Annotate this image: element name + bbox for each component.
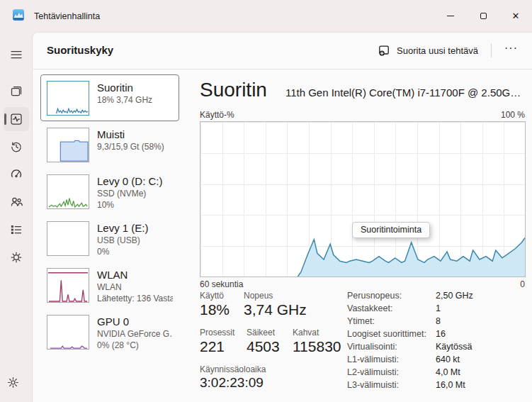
minimize-button[interactable] xyxy=(434,0,467,32)
run-new-task-button[interactable]: Suorita uusi tehtävä xyxy=(370,39,485,62)
perf-item-sub: 9,3/15,9 Gt (58%) xyxy=(97,141,164,152)
cpu-usage-curve xyxy=(200,122,525,277)
more-options-button[interactable]: ··· xyxy=(497,39,525,62)
sidebar-item-startup-apps[interactable] xyxy=(4,162,29,186)
titlebar: Tehtävienhallinta ✕ xyxy=(0,0,532,32)
detail-row: Ytimet: 8 xyxy=(347,315,526,328)
perf-item-sub: SSD (NVMe) xyxy=(97,188,163,199)
hamburger-icon xyxy=(10,48,23,61)
perf-item-title: Levy 0 (D: C:) xyxy=(97,174,163,188)
perf-item-title: GPU 0 xyxy=(97,315,173,328)
detail-row: L3-välimuisti: 16,0 Mt xyxy=(347,379,526,391)
content-panel: Suorituskyky Suorita uusi tehtävä ··· xyxy=(32,32,532,402)
menu-toggle-button[interactable] xyxy=(4,43,29,67)
cpu-stats: Käyttö Nopeus 18% 3,74 GHz Prosessit Säi… xyxy=(200,291,341,402)
services-icon xyxy=(9,250,23,264)
stat-label: Käyttö xyxy=(200,291,224,301)
close-button[interactable]: ✕ xyxy=(499,0,532,32)
task-manager-window: Tehtävienhallinta ✕ xyxy=(0,0,532,402)
perf-item-title: Muisti xyxy=(97,128,164,141)
perf-item-disk0[interactable]: Levy 0 (D: C:) SSD (NVMe) 10% xyxy=(40,168,179,215)
sidebar-item-details[interactable] xyxy=(4,218,29,242)
stat-label: Prosessit xyxy=(200,328,234,337)
settings-button[interactable] xyxy=(0,370,26,394)
perf-item-cpu[interactable]: Suoritin 18% 3,74 GHz xyxy=(40,74,179,121)
processes-icon xyxy=(9,84,23,99)
time-axis-label: 60 sekuntia xyxy=(200,279,243,289)
perf-item-sub: 18% 3,74 GHz xyxy=(97,94,152,106)
stat-value-usage: 18% xyxy=(200,301,230,318)
perf-item-disk1[interactable]: Levy 1 (E:) USB (USB) 0% xyxy=(40,215,179,262)
axis-max-label: 100 % xyxy=(501,110,525,120)
cpu-usage-chart[interactable]: Suoritintoiminta xyxy=(200,121,526,277)
stat-value-speed: 3,74 GHz xyxy=(244,301,307,318)
stat-label: Nopeus xyxy=(244,291,273,301)
app-history-icon xyxy=(9,140,23,154)
stat-label: Kahvat xyxy=(293,328,319,337)
stat-value-uptime: 3:02:23:09 xyxy=(200,375,264,391)
performance-list: Suoritin 18% 3,74 GHz Muisti 9,3/15,9 Gt… xyxy=(40,74,193,355)
detail-row: L2-välimuisti: 4,0 Mt xyxy=(347,366,526,379)
perf-item-sub: USB (USB) xyxy=(97,235,149,246)
perf-item-sub2: 0% (28 °C) xyxy=(97,340,173,351)
perf-item-wlan[interactable]: WLAN WLAN Lähetetty: 136 Vastaanot xyxy=(40,262,179,308)
app-logo-icon xyxy=(13,9,24,23)
wlan-mini-chart xyxy=(47,268,89,303)
sidebar-item-performance[interactable] xyxy=(4,107,29,131)
sidebar-item-app-history[interactable] xyxy=(4,135,29,159)
header-divider xyxy=(491,43,492,57)
perf-item-sub: WLAN xyxy=(97,281,173,293)
cpu-detail-pane: Suoritin 11th Gen Intel(R) Core(TM) i7-1… xyxy=(200,69,526,402)
sidebar-item-users[interactable] xyxy=(4,190,29,214)
page-title: Suorituskyky xyxy=(47,44,113,56)
minimize-icon xyxy=(447,16,454,16)
perf-item-gpu[interactable]: GPU 0 NVIDIA GeForce G… 0% (28 °C) xyxy=(40,308,179,355)
close-icon: ✕ xyxy=(512,11,520,21)
memory-mini-chart xyxy=(47,128,89,162)
cpu-mini-chart xyxy=(47,81,89,116)
stat-value-processes: 221 xyxy=(200,338,225,355)
stat-label: Käynnissäoloaika xyxy=(200,364,266,374)
users-icon xyxy=(9,195,23,209)
disk0-mini-chart xyxy=(47,174,89,209)
perf-item-title: Levy 1 (E:) xyxy=(97,221,149,235)
usage-axis-label: Käyttö-% xyxy=(200,110,234,120)
chart-tooltip: Suoritintoiminta xyxy=(352,222,430,238)
perf-item-sub2: Lähetetty: 136 Vastaanot xyxy=(97,293,173,304)
detail-row: Perusnopeus: 2,50 GHz xyxy=(347,289,526,302)
perf-item-title: Suoritin xyxy=(97,81,152,94)
stat-value-handles: 115830 xyxy=(293,338,341,355)
detail-row: L1-välimuisti: 640 kt xyxy=(347,353,526,366)
gpu-mini-chart xyxy=(47,315,89,350)
selection-indicator xyxy=(4,113,6,125)
new-task-icon xyxy=(378,44,390,57)
stat-value-threads: 4503 xyxy=(247,338,280,355)
detail-row: Loogiset suorittimet: 16 xyxy=(347,328,526,340)
detail-title: Suoritin xyxy=(200,79,267,101)
detail-row: Virtualisointi: Käytössä xyxy=(347,340,526,353)
sidebar-item-processes[interactable] xyxy=(4,79,29,104)
page-header: Suorituskyky Suorita uusi tehtävä ··· xyxy=(33,33,532,69)
performance-icon xyxy=(9,112,23,126)
axis-zero-label: 0 xyxy=(520,279,525,289)
disk1-mini-chart xyxy=(47,221,89,256)
perf-item-sub: NVIDIA GeForce G… xyxy=(97,328,173,340)
gear-icon xyxy=(6,376,20,389)
startup-apps-icon xyxy=(9,167,23,182)
perf-item-sub2: 0% xyxy=(97,246,149,257)
maximize-icon xyxy=(480,13,487,19)
perf-item-memory[interactable]: Muisti 9,3/15,9 Gt (58%) xyxy=(40,121,179,168)
detail-row: Vastakkeet: 1 xyxy=(347,302,526,315)
window-title: Tehtävienhallinta xyxy=(34,11,100,21)
navigation-rail xyxy=(0,32,32,402)
stat-label: Säikeet xyxy=(247,328,275,337)
run-new-task-label: Suorita uusi tehtävä xyxy=(397,45,478,56)
cpu-model-name: 11th Gen Intel(R) Core(TM) i7-11700F @ 2… xyxy=(285,86,526,101)
maximize-button[interactable] xyxy=(467,0,499,32)
cpu-spec-details: Perusnopeus: 2,50 GHz Vastakkeet: 1 Ytim… xyxy=(347,289,526,391)
perf-item-title: WLAN xyxy=(97,268,173,281)
sidebar-item-services[interactable] xyxy=(4,245,29,269)
details-icon xyxy=(9,223,23,237)
perf-item-sub2: 10% xyxy=(97,199,163,211)
